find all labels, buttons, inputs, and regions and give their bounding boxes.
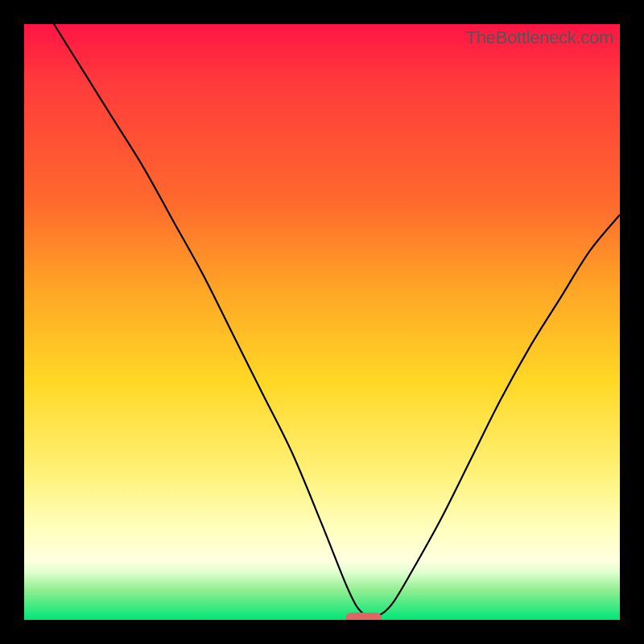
chart-container: TheBottleneck.com — [0, 0, 644, 644]
optimal-point-marker — [346, 613, 382, 620]
plot-area: TheBottleneck.com — [24, 24, 620, 620]
curve-line — [54, 24, 620, 617]
bottleneck-curve — [24, 24, 620, 620]
